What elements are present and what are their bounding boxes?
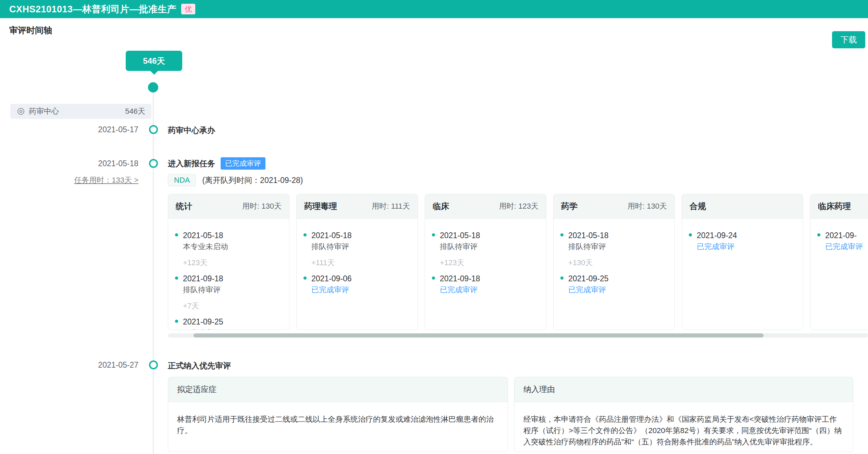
entry-date: 2021-09- [825,230,863,241]
panel-title: 纳入理由 [514,377,853,402]
profession-card-body: 2021-05-18 本专业未启动 +123天 2021-09-18 排队待审评… [168,219,289,330]
event-date: 2021-05-17 [34,125,138,134]
entry-bullet-icon [432,233,435,236]
org-bar: 药审中心 546天 [10,104,151,119]
event-title: 正式纳入优先审评 [168,360,231,371]
timeline-entry: 2021-09- 已完成审评 [817,230,868,252]
profession-card-body: 2021-05-18 排队待审评 +123天 2021-09-18 已完成审评 [425,219,546,295]
timeline-entry: 2021-09-24 已完成审评 [689,230,796,252]
profession-card-body: 2021-09-24 已完成审评 [682,219,803,252]
entry-date: 2021-09-25 [183,317,223,327]
entry-status: 本专业未启动 [183,241,228,252]
entry-bullet-icon [560,233,563,236]
entry-bullet-icon [432,277,435,280]
timeline-entry: 2021-09-06 已完成审评 [303,273,411,295]
profession-card-body: 2021-09- 已完成审评 [810,219,868,252]
entry-status: 已完成审评 [697,241,737,252]
timeline-entry: 2021-09-25 已完成审评 [560,273,668,295]
entry-status: 排队待审评 [311,241,352,252]
entry-date: 2021-09-18 [183,273,223,284]
download-button[interactable]: 下载 [832,31,865,48]
entry-bullet-icon [817,233,820,236]
page-title: CXHS2101013—林普利司片—批准生产 [9,3,176,15]
timeline-entry: 2021-05-18 排队待审评 [432,230,539,252]
profession-card-header: 合规 [682,194,803,219]
profession-card-title: 临床 [433,201,449,212]
section-title: 审评时间轴 [9,25,52,36]
inclusion-reason-panel: 纳入理由 经审核，本申请符合《药品注册管理办法》和《国家药监局关于发布<突破性治… [514,377,853,452]
entry-status: 已完成审评 [183,327,223,330]
entry-gap: +111天 [311,258,411,268]
task-meta-row: NDA (离开队列时间：2021-09-28) [168,174,303,186]
event-title: 进入新报任务 [168,158,215,169]
profession-card-duration: 用时: 130天 [242,201,282,211]
profession-card-duration: 用时: 130天 [628,201,667,211]
profession-card: 合规 2021-09-24 已完成审评 [682,194,803,330]
entry-status: 已完成审评 [568,284,609,295]
entry-gap: +123天 [183,258,282,268]
cards-scrollbar-track[interactable] [168,333,868,338]
task-type-tag: NDA [168,174,196,186]
entry-date: 2021-09-24 [697,230,737,241]
app-header: CXHS2101013—林普利司片—批准生产 优 [0,0,868,18]
profession-card-title: 药理毒理 [304,201,337,212]
entry-bullet-icon [303,233,307,236]
timeline-entry: 2021-09-18 已完成审评 [432,273,539,295]
event-date: 2021-05-18 [34,159,138,168]
entry-date: 2021-09-06 [311,273,352,284]
entry-date: 2021-09-18 [440,273,480,284]
profession-card-header: 药学 用时: 130天 [554,194,674,219]
org-name: 药审中心 [29,106,59,116]
timeline-start-dot [148,82,158,93]
timeline-entry: 2021-05-18 本专业未启动 [175,230,282,252]
entry-gap: +130天 [568,258,668,268]
profession-card: 临床 用时: 123天 2021-05-18 排队待审评 +123天 2021-… [425,194,546,330]
total-duration-tooltip: 546天 [126,51,182,71]
timeline-entry: 2021-09-25 已完成审评 [175,317,282,330]
entry-bullet-icon [689,233,692,236]
timeline-node-icon [149,360,158,369]
entry-status: 已完成审评 [311,284,352,295]
profession-card-body: 2021-05-18 排队待审评 +111天 2021-09-06 已完成审评 [297,219,418,295]
timeline-entry: 2021-05-18 排队待审评 [560,230,668,252]
entry-bullet-icon [175,277,178,280]
panel-body: 林普利司片适用于既往接受过二线或二线以上全身系统治疗的复发或难治滤泡性淋巴瘤患者… [168,402,508,436]
timeline-entry: 2021-05-18 排队待审评 [303,230,411,252]
timeline-line [153,87,154,454]
entry-date: 2021-05-18 [311,230,352,241]
entry-bullet-icon [303,277,307,280]
entry-gap: +123天 [440,258,539,268]
entry-bullet-icon [175,320,178,323]
entry-status: 排队待审评 [568,241,609,252]
location-icon [16,107,25,116]
profession-card: 临床药理 2021-09- 已完成审评 [810,194,868,330]
status-badge: 已完成审评 [221,157,265,170]
cards-scrollbar-thumb[interactable] [194,333,764,338]
org-duration: 546天 [125,106,145,116]
indication-panel: 拟定适应症 林普利司片适用于既往接受过二线或二线以上全身系统治疗的复发或难治滤泡… [168,377,508,452]
queue-leave-note: (离开队列时间：2021-09-28) [202,175,303,186]
profession-card-title: 药学 [561,201,578,212]
task-duration-link[interactable]: 任务用时：133天 > [34,175,138,185]
panel-body: 经审核，本申请符合《药品注册管理办法》和《国家药监局关于发布<突破性治疗药物审评… [514,402,853,447]
profession-card-duration: 用时: 123天 [499,201,538,211]
timeline-entry: 2021-09-18 排队待审评 [175,273,282,295]
entry-date: 2021-05-18 [440,230,480,241]
profession-cards-row: 统计 用时: 130天 2021-05-18 本专业未启动 +123天 2021… [168,194,868,331]
profession-card-header: 临床 用时: 123天 [425,194,546,219]
priority-panels-row: 拟定适应症 林普利司片适用于既往接受过二线或二线以上全身系统治疗的复发或难治滤泡… [168,377,853,452]
event-title: 药审中心承办 [168,125,215,136]
profession-card-body: 2021-05-18 排队待审评 +130天 2021-09-25 已完成审评 [554,219,674,295]
panel-title: 拟定适应症 [168,377,508,402]
entry-status: 已完成审评 [825,241,863,252]
entry-bullet-icon [175,233,178,236]
profession-card: 统计 用时: 130天 2021-05-18 本专业未启动 +123天 2021… [168,194,289,330]
grade-badge: 优 [181,4,195,14]
entry-bullet-icon [560,277,563,280]
entry-date: 2021-05-18 [568,230,609,241]
timeline-node-icon [149,159,158,168]
event-title-row: 进入新报任务 已完成审评 [168,157,265,170]
profession-card-header: 统计 用时: 130天 [168,194,289,219]
profession-card-title: 合规 [690,201,706,212]
timeline-node-icon [149,125,158,134]
